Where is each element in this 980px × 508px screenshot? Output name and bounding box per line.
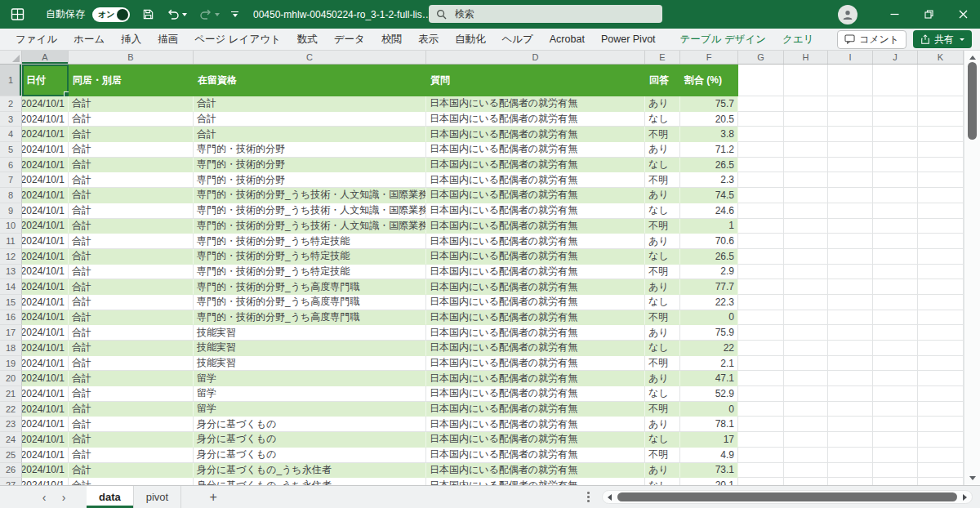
cell-I8[interactable] (828, 188, 873, 203)
sheet-tab-pivot[interactable]: pivot (134, 486, 181, 508)
cell-G25[interactable] (738, 448, 784, 463)
cell-G3[interactable] (738, 112, 784, 127)
table-header-cell-A1[interactable]: 日付 (22, 65, 69, 96)
horizontal-scrollbar[interactable] (602, 490, 973, 504)
redo-button[interactable] (199, 9, 220, 20)
row-header-12[interactable]: 12 (0, 249, 22, 265)
cell-H18[interactable] (784, 341, 828, 356)
cell-F23[interactable]: 78.1 (680, 417, 738, 432)
cell-A10[interactable]: 2024/10/1 (22, 219, 69, 234)
cell-E15[interactable]: なし (645, 295, 680, 310)
cell-E20[interactable]: あり (645, 371, 680, 386)
cell-K19[interactable] (918, 356, 964, 372)
cell-J27[interactable] (873, 478, 918, 485)
cell-E23[interactable]: あり (645, 417, 680, 432)
cell-J10[interactable] (873, 219, 918, 234)
cell-F2[interactable]: 75.7 (680, 96, 738, 112)
cell-C7[interactable]: 専門的・技術的分野 (194, 172, 426, 188)
cell-I3[interactable] (828, 112, 873, 127)
row-header-6[interactable]: 6 (0, 158, 22, 173)
row-header-7[interactable]: 7 (0, 172, 22, 188)
cell-F21[interactable]: 52.9 (680, 386, 738, 402)
cell-A4[interactable]: 2024/10/1 (22, 127, 69, 142)
cell-D4[interactable]: 日本国内にいる配偶者の就労有無 (426, 127, 645, 142)
table-header-cell-B1[interactable]: 同居・別居 (69, 65, 194, 96)
cell-I19[interactable] (828, 356, 873, 372)
cell-H21[interactable] (784, 386, 828, 402)
row-header-17[interactable]: 17 (0, 325, 22, 341)
cell-H19[interactable] (784, 356, 828, 372)
row-header-15[interactable]: 15 (0, 295, 22, 310)
cell-K26[interactable] (918, 463, 964, 479)
column-header-C[interactable]: C (194, 51, 426, 64)
cell-F11[interactable]: 70.6 (680, 234, 738, 249)
ribbon-tab-15[interactable]: クエリ (774, 29, 822, 50)
row-header-20[interactable]: 20 (0, 371, 22, 386)
cell-A18[interactable]: 2024/10/1 (22, 341, 69, 356)
cell-H12[interactable] (784, 249, 828, 265)
cell-K23[interactable] (918, 417, 964, 432)
cell-K16[interactable] (918, 310, 964, 326)
cell-J12[interactable] (873, 249, 918, 265)
cell-F18[interactable]: 22 (680, 341, 738, 356)
ribbon-tab-2[interactable]: ホーム (65, 29, 113, 50)
cell-I7[interactable] (828, 172, 873, 188)
cell-F20[interactable]: 47.1 (680, 371, 738, 386)
row-header-27[interactable]: 27 (0, 478, 22, 485)
cell-E7[interactable]: 不明 (645, 172, 680, 188)
cell-D12[interactable]: 日本国内にいる配偶者の就労有無 (426, 249, 645, 265)
cell-K15[interactable] (918, 295, 964, 310)
row-header-4[interactable]: 4 (0, 127, 22, 142)
cell-C21[interactable]: 留学 (194, 386, 426, 402)
cell-D19[interactable]: 日本国内にいる配偶者の就労有無 (426, 356, 645, 372)
cell-K12[interactable] (918, 249, 964, 265)
cell-C17[interactable]: 技能実習 (194, 325, 426, 341)
cell-H27[interactable] (784, 478, 828, 485)
cell-J5[interactable] (873, 142, 918, 158)
cell-I26[interactable] (828, 463, 873, 479)
column-header-A[interactable]: A (22, 51, 69, 64)
cell-H9[interactable] (784, 203, 828, 219)
search-input[interactable] (453, 7, 655, 20)
cell-B24[interactable]: 合計 (69, 432, 194, 448)
cell-D20[interactable]: 日本国内にいる配偶者の就労有無 (426, 371, 645, 386)
cell-J14[interactable] (873, 279, 918, 295)
cell-H4[interactable] (784, 127, 828, 142)
cell-G21[interactable] (738, 386, 784, 402)
cell-F8[interactable]: 74.5 (680, 188, 738, 203)
row-header-9[interactable]: 9 (0, 203, 22, 219)
cell-A17[interactable]: 2024/10/1 (22, 325, 69, 341)
cell-J23[interactable] (873, 417, 918, 432)
cell-J21[interactable] (873, 386, 918, 402)
cell-J24[interactable] (873, 432, 918, 448)
column-header-B[interactable]: B (69, 51, 194, 64)
cell-E4[interactable]: 不明 (645, 127, 680, 142)
quick-access-toolbar-button[interactable] (231, 11, 238, 18)
undo-dropdown-icon[interactable] (182, 13, 187, 16)
cell-A26[interactable]: 2024/10/1 (22, 463, 69, 479)
cell-J17[interactable] (873, 325, 918, 341)
cell-G13[interactable] (738, 265, 784, 280)
scroll-up-icon[interactable] (969, 56, 976, 60)
cell-F22[interactable]: 0 (680, 402, 738, 417)
cell-H2[interactable] (784, 96, 828, 112)
cell-E8[interactable]: あり (645, 188, 680, 203)
select-all-button[interactable] (0, 51, 22, 64)
cell-J19[interactable] (873, 356, 918, 372)
cell-A24[interactable]: 2024/10/1 (22, 432, 69, 448)
column-header-F[interactable]: F (680, 51, 738, 64)
row-header-16[interactable]: 16 (0, 310, 22, 326)
cell-H24[interactable] (784, 432, 828, 448)
vertical-scrollbar[interactable] (964, 51, 980, 485)
cell-J6[interactable] (873, 158, 918, 173)
cell-G6[interactable] (738, 158, 784, 173)
sheet-tab-data[interactable]: data (87, 486, 134, 508)
cell-A15[interactable]: 2024/10/1 (22, 295, 69, 310)
cell-C19[interactable]: 技能実習 (194, 356, 426, 372)
cell-B20[interactable]: 合計 (69, 371, 194, 386)
cell-K5[interactable] (918, 142, 964, 158)
scroll-down-icon[interactable] (969, 476, 976, 480)
cell-A13[interactable]: 2024/10/1 (22, 265, 69, 280)
cell-B26[interactable]: 合計 (69, 463, 194, 479)
cell-J3[interactable] (873, 112, 918, 127)
